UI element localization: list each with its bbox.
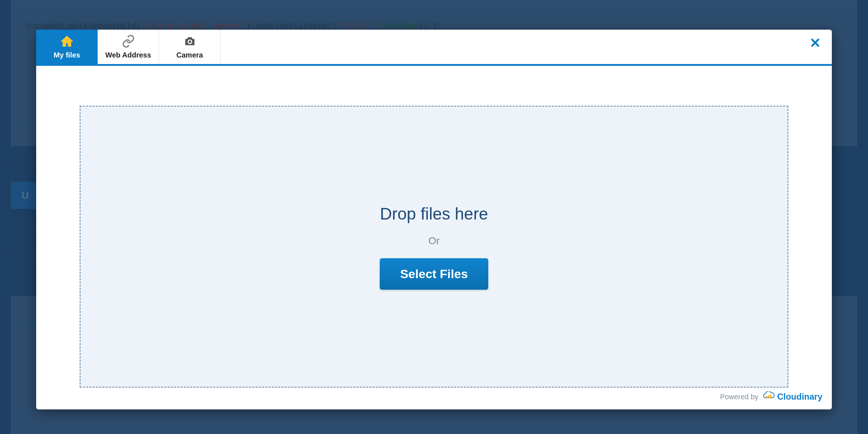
tab-label: Camera <box>176 51 203 59</box>
powered-by-label: Powered by <box>720 393 758 401</box>
link-icon <box>122 34 135 48</box>
or-label: Or <box>428 235 439 247</box>
source-tabs: My files Web Address Camera <box>36 30 832 66</box>
brand-name: Cloudinary <box>777 392 822 402</box>
svg-point-1 <box>188 41 191 43</box>
tab-label: Web Address <box>105 51 151 59</box>
dropzone-title: Drop files here <box>380 204 488 224</box>
tab-web-address[interactable]: Web Address <box>98 30 159 64</box>
widget-footer: Powered by Cloudinary <box>720 391 822 402</box>
select-files-button[interactable]: Select Files <box>380 258 488 290</box>
dropzone[interactable]: Drop files here Or Select Files <box>80 106 788 388</box>
cloudinary-logo[interactable]: Cloudinary <box>763 391 822 402</box>
camera-icon <box>183 34 197 48</box>
upload-body: Drop files here Or Select Files <box>36 66 832 409</box>
svg-rect-3 <box>768 395 769 398</box>
upload-widget-dialog: My files Web Address Camera <box>36 30 832 409</box>
tab-my-files[interactable]: My files <box>36 30 98 64</box>
cloud-icon <box>763 391 775 402</box>
svg-rect-4 <box>770 395 771 398</box>
svg-rect-2 <box>766 396 767 398</box>
tab-camera[interactable]: Camera <box>159 30 221 64</box>
tab-label: My files <box>54 51 80 59</box>
close-icon <box>810 37 821 50</box>
close-button[interactable] <box>808 36 822 51</box>
home-icon <box>60 34 74 48</box>
